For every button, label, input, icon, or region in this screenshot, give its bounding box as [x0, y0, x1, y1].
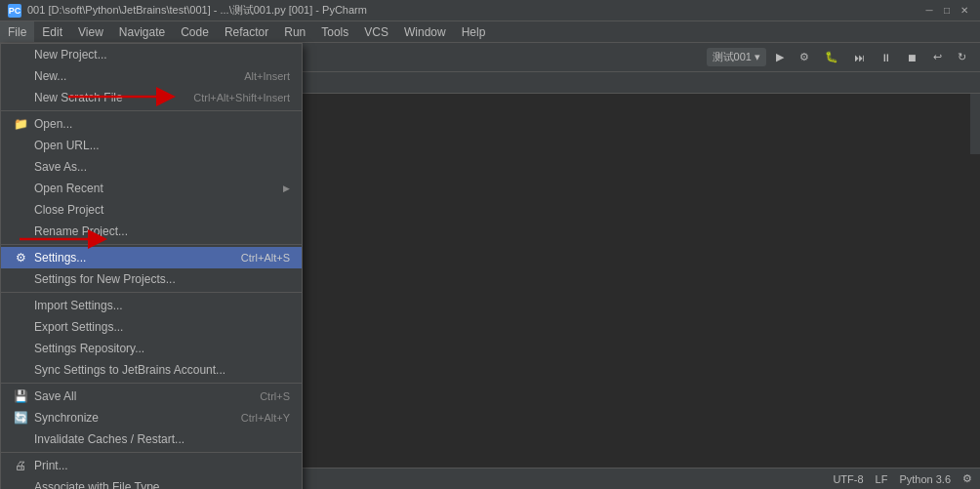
menu-item-settings-new-projects[interactable]: Settings for New Projects...: [1, 268, 302, 290]
status-line-sep: LF: [876, 473, 888, 485]
gear-icon[interactable]: ⚙: [962, 472, 972, 485]
menu-bar: File Edit View Navigate Code Refactor Ru…: [0, 21, 980, 43]
save-all-shortcut: Ctrl+S: [260, 390, 290, 402]
print-icon: 🖨: [13, 459, 28, 472]
rename-project-label: Rename Project...: [34, 224, 270, 238]
separator-4: [1, 383, 302, 384]
menu-item-new-scratch[interactable]: New Scratch File Ctrl+Alt+Shift+Insert: [1, 87, 302, 108]
debug-button[interactable]: ⚙: [794, 47, 815, 68]
open-recent-arrow: ▶: [283, 183, 290, 193]
menu-item-associate-file-type[interactable]: Associate with File Type...: [1, 476, 302, 489]
save-all-icon: 💾: [13, 389, 28, 403]
associate-file-type-label: Associate with File Type...: [34, 480, 270, 489]
separator-5: [1, 452, 302, 453]
menu-item-import-settings[interactable]: Import Settings...: [1, 295, 302, 316]
new-project-label: New Project...: [34, 48, 270, 61]
pause-button[interactable]: ⏸: [875, 47, 897, 68]
new-scratch-label: New Scratch File: [34, 91, 174, 104]
menu-item-rename-project[interactable]: Rename Project...: [1, 221, 302, 242]
close-project-label: Close Project: [34, 203, 270, 217]
run-button[interactable]: ▶: [770, 47, 790, 68]
open-label: Open...: [34, 117, 270, 131]
settings-repo-label: Settings Repository...: [34, 342, 270, 355]
menu-vcs[interactable]: VCS: [356, 21, 396, 42]
menu-file[interactable]: File: [0, 21, 34, 42]
synchronize-label: Synchronize: [34, 411, 222, 425]
menu-item-save-as[interactable]: Save As...: [1, 156, 302, 178]
menu-refactor[interactable]: Refactor: [217, 21, 276, 42]
run-config-label: 测试001 ▾: [713, 50, 760, 64]
window-controls: ─ □ ✕: [921, 3, 972, 19]
new-shortcut: Alt+Insert: [244, 70, 290, 82]
file-dropdown-menu: New Project... New... Alt+Insert New Scr…: [0, 43, 303, 489]
open-recent-label: Open Recent: [34, 182, 283, 195]
menu-item-export-settings[interactable]: Export Settings...: [1, 316, 302, 338]
import-settings-label: Import Settings...: [34, 299, 270, 312]
menu-item-sync-settings[interactable]: Sync Settings to JetBrains Account...: [1, 359, 302, 381]
app-icon: PC: [8, 4, 21, 18]
menu-item-synchronize[interactable]: 🔄 Synchronize Ctrl+Alt+Y: [1, 407, 302, 428]
menu-item-settings[interactable]: ⚙ Settings... Ctrl+Alt+S: [1, 247, 302, 268]
menu-help[interactable]: Help: [454, 21, 494, 42]
menu-window[interactable]: Window: [396, 21, 454, 42]
status-python-version: Python 3.6: [899, 473, 951, 485]
run-config-selector[interactable]: 测试001 ▾: [707, 48, 766, 66]
menu-run[interactable]: Run: [276, 21, 313, 42]
window-title: 001 [D:\soft\Python\JetBrains\test\001] …: [27, 3, 921, 18]
menu-item-new[interactable]: New... Alt+Insert: [1, 65, 302, 87]
save-all-label: Save All: [34, 389, 240, 403]
menu-item-open-recent[interactable]: Open Recent ▶: [1, 178, 302, 199]
menu-navigate[interactable]: Navigate: [111, 21, 173, 42]
menu-item-settings-repo[interactable]: Settings Repository...: [1, 338, 302, 359]
open-url-label: Open URL...: [34, 139, 270, 152]
new-label: New...: [34, 69, 225, 83]
step-over-button[interactable]: ⏭: [848, 47, 871, 68]
separator-2: [1, 244, 302, 245]
coverage-button[interactable]: 🐛: [819, 47, 844, 68]
menu-item-new-project[interactable]: New Project...: [1, 44, 302, 65]
menu-item-print[interactable]: 🖨 Print...: [1, 455, 302, 476]
synchronize-shortcut: Ctrl+Alt+Y: [241, 412, 290, 424]
minimize-button[interactable]: ─: [921, 3, 937, 19]
invalidate-caches-label: Invalidate Caches / Restart...: [34, 432, 270, 446]
menu-item-open[interactable]: 📁 Open...: [1, 113, 302, 135]
menu-edit[interactable]: Edit: [34, 21, 70, 42]
refresh-button[interactable]: ↻: [952, 47, 972, 68]
print-label: Print...: [34, 459, 270, 472]
sync-settings-label: Sync Settings to JetBrains Account...: [34, 363, 270, 377]
menu-item-save-all[interactable]: 💾 Save All Ctrl+S: [1, 386, 302, 407]
title-bar: PC 001 [D:\soft\Python\JetBrains\test\00…: [0, 0, 980, 21]
settings-label: Settings...: [34, 251, 222, 265]
synchronize-icon: 🔄: [13, 411, 28, 425]
maximize-button[interactable]: □: [939, 3, 955, 19]
editor-scrollbar[interactable]: [970, 94, 980, 154]
settings-icon: ⚙: [13, 251, 28, 265]
save-as-label: Save As...: [34, 160, 270, 174]
menu-tools[interactable]: Tools: [313, 21, 356, 42]
revert-button[interactable]: ↩: [927, 47, 948, 68]
close-button[interactable]: ✕: [957, 3, 972, 19]
status-encoding: UTF-8: [833, 473, 863, 485]
menu-view[interactable]: View: [70, 21, 111, 42]
separator-1: [1, 110, 302, 111]
menu-code[interactable]: Code: [173, 21, 217, 42]
new-scratch-shortcut: Ctrl+Alt+Shift+Insert: [193, 92, 290, 103]
open-icon: 📁: [13, 117, 28, 131]
separator-3: [1, 292, 302, 293]
settings-new-projects-label: Settings for New Projects...: [34, 272, 270, 286]
menu-item-close-project[interactable]: Close Project: [1, 199, 302, 221]
export-settings-label: Export Settings...: [34, 320, 270, 334]
menu-item-invalidate-caches[interactable]: Invalidate Caches / Restart...: [1, 428, 302, 450]
settings-shortcut: Ctrl+Alt+S: [241, 252, 290, 264]
stop-button[interactable]: ⏹: [901, 47, 923, 68]
menu-item-open-url[interactable]: Open URL...: [1, 135, 302, 156]
